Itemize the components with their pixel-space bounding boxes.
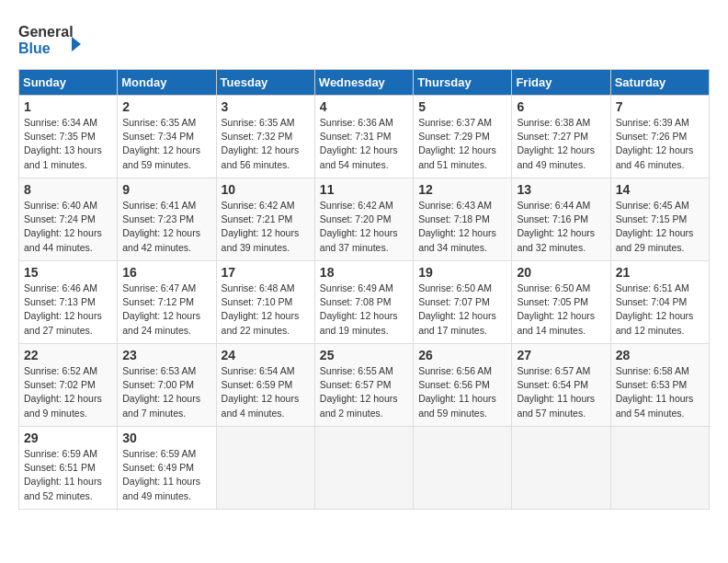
day-number: 27 xyxy=(517,348,605,362)
page-header: GeneralBlue xyxy=(18,18,710,60)
day-info: Sunrise: 6:45 AMSunset: 7:15 PMDaylight:… xyxy=(616,199,704,255)
day-info: Sunrise: 6:41 AMSunset: 7:23 PMDaylight:… xyxy=(122,199,210,255)
calendar-day-cell xyxy=(314,427,413,510)
weekday-header-tuesday: Tuesday xyxy=(216,70,314,96)
weekday-header-row: SundayMondayTuesdayWednesdayThursdayFrid… xyxy=(19,70,710,96)
day-info: Sunrise: 6:37 AMSunset: 7:29 PMDaylight:… xyxy=(418,116,506,172)
day-number: 5 xyxy=(418,99,506,114)
weekday-header-thursday: Thursday xyxy=(414,70,512,96)
day-info: Sunrise: 6:50 AMSunset: 7:07 PMDaylight:… xyxy=(418,282,506,338)
day-number: 4 xyxy=(320,99,408,114)
calendar-day-cell: 8Sunrise: 6:40 AMSunset: 7:24 PMDaylight… xyxy=(19,178,118,261)
day-info: Sunrise: 6:59 AMSunset: 6:51 PMDaylight:… xyxy=(24,447,112,503)
calendar-day-cell xyxy=(216,427,314,510)
calendar-day-cell: 30Sunrise: 6:59 AMSunset: 6:49 PMDayligh… xyxy=(118,427,216,510)
calendar-day-cell xyxy=(414,427,512,510)
day-info: Sunrise: 6:39 AMSunset: 7:26 PMDaylight:… xyxy=(616,116,704,172)
day-number: 10 xyxy=(222,182,310,197)
calendar-day-cell xyxy=(512,427,610,510)
day-info: Sunrise: 6:47 AMSunset: 7:12 PMDaylight:… xyxy=(122,282,210,338)
day-info: Sunrise: 6:36 AMSunset: 7:31 PMDaylight:… xyxy=(320,116,408,172)
calendar-day-cell: 17Sunrise: 6:48 AMSunset: 7:10 PMDayligh… xyxy=(216,261,314,344)
day-info: Sunrise: 6:59 AMSunset: 6:49 PMDaylight:… xyxy=(122,447,210,503)
day-info: Sunrise: 6:46 AMSunset: 7:13 PMDaylight:… xyxy=(24,282,112,338)
day-info: Sunrise: 6:57 AMSunset: 6:54 PMDaylight:… xyxy=(517,364,605,420)
day-number: 7 xyxy=(616,99,704,114)
calendar-day-cell: 21Sunrise: 6:51 AMSunset: 7:04 PMDayligh… xyxy=(610,261,709,344)
calendar-day-cell: 3Sunrise: 6:35 AMSunset: 7:32 PMDaylight… xyxy=(216,96,314,178)
calendar-day-cell: 25Sunrise: 6:55 AMSunset: 6:57 PMDayligh… xyxy=(314,344,413,427)
day-info: Sunrise: 6:58 AMSunset: 6:53 PMDaylight:… xyxy=(616,364,704,420)
day-info: Sunrise: 6:38 AMSunset: 7:27 PMDaylight:… xyxy=(517,116,605,172)
day-info: Sunrise: 6:55 AMSunset: 6:57 PMDaylight:… xyxy=(320,364,408,420)
calendar-week-row: 1Sunrise: 6:34 AMSunset: 7:35 PMDaylight… xyxy=(19,96,710,178)
day-number: 30 xyxy=(122,431,210,445)
calendar-week-row: 29Sunrise: 6:59 AMSunset: 6:51 PMDayligh… xyxy=(19,427,710,510)
svg-text:General: General xyxy=(18,24,74,40)
day-info: Sunrise: 6:49 AMSunset: 7:08 PMDaylight:… xyxy=(320,282,408,338)
day-number: 16 xyxy=(122,265,210,280)
day-number: 1 xyxy=(24,99,112,114)
day-number: 17 xyxy=(222,265,310,280)
calendar-day-cell: 19Sunrise: 6:50 AMSunset: 7:07 PMDayligh… xyxy=(414,261,512,344)
day-info: Sunrise: 6:42 AMSunset: 7:20 PMDaylight:… xyxy=(320,199,408,255)
weekday-header-saturday: Saturday xyxy=(610,70,709,96)
day-number: 14 xyxy=(616,182,704,197)
weekday-header-wednesday: Wednesday xyxy=(314,70,413,96)
calendar-day-cell: 4Sunrise: 6:36 AMSunset: 7:31 PMDaylight… xyxy=(314,96,413,178)
day-number: 26 xyxy=(418,348,506,362)
calendar-day-cell: 28Sunrise: 6:58 AMSunset: 6:53 PMDayligh… xyxy=(610,344,709,427)
logo: GeneralBlue xyxy=(18,18,83,60)
day-info: Sunrise: 6:43 AMSunset: 7:18 PMDaylight:… xyxy=(418,199,506,255)
day-number: 6 xyxy=(517,99,605,114)
day-number: 11 xyxy=(320,182,408,197)
calendar-day-cell: 16Sunrise: 6:47 AMSunset: 7:12 PMDayligh… xyxy=(118,261,216,344)
weekday-header-friday: Friday xyxy=(512,70,610,96)
day-number: 9 xyxy=(122,182,210,197)
calendar-day-cell: 2Sunrise: 6:35 AMSunset: 7:34 PMDaylight… xyxy=(118,96,216,178)
calendar-day-cell: 5Sunrise: 6:37 AMSunset: 7:29 PMDaylight… xyxy=(414,96,512,178)
calendar-week-row: 8Sunrise: 6:40 AMSunset: 7:24 PMDaylight… xyxy=(19,178,710,261)
calendar-day-cell: 10Sunrise: 6:42 AMSunset: 7:21 PMDayligh… xyxy=(216,178,314,261)
calendar-day-cell: 6Sunrise: 6:38 AMSunset: 7:27 PMDaylight… xyxy=(512,96,610,178)
weekday-header-sunday: Sunday xyxy=(19,70,118,96)
day-info: Sunrise: 6:48 AMSunset: 7:10 PMDaylight:… xyxy=(222,282,310,338)
day-number: 23 xyxy=(122,348,210,362)
weekday-header-monday: Monday xyxy=(118,70,216,96)
calendar-day-cell: 18Sunrise: 6:49 AMSunset: 7:08 PMDayligh… xyxy=(314,261,413,344)
day-number: 29 xyxy=(24,431,112,445)
day-info: Sunrise: 6:50 AMSunset: 7:05 PMDaylight:… xyxy=(517,282,605,338)
calendar-day-cell: 14Sunrise: 6:45 AMSunset: 7:15 PMDayligh… xyxy=(610,178,709,261)
day-info: Sunrise: 6:52 AMSunset: 7:02 PMDaylight:… xyxy=(24,364,112,420)
calendar-day-cell: 20Sunrise: 6:50 AMSunset: 7:05 PMDayligh… xyxy=(512,261,610,344)
day-info: Sunrise: 6:44 AMSunset: 7:16 PMDaylight:… xyxy=(517,199,605,255)
calendar-day-cell: 7Sunrise: 6:39 AMSunset: 7:26 PMDaylight… xyxy=(610,96,709,178)
day-info: Sunrise: 6:40 AMSunset: 7:24 PMDaylight:… xyxy=(24,199,112,255)
day-number: 19 xyxy=(418,265,506,280)
day-number: 2 xyxy=(122,99,210,114)
day-number: 20 xyxy=(517,265,605,280)
calendar-day-cell: 26Sunrise: 6:56 AMSunset: 6:56 PMDayligh… xyxy=(414,344,512,427)
calendar-day-cell: 9Sunrise: 6:41 AMSunset: 7:23 PMDaylight… xyxy=(118,178,216,261)
calendar-day-cell: 22Sunrise: 6:52 AMSunset: 7:02 PMDayligh… xyxy=(19,344,118,427)
day-number: 24 xyxy=(222,348,310,362)
day-info: Sunrise: 6:51 AMSunset: 7:04 PMDaylight:… xyxy=(616,282,704,338)
day-info: Sunrise: 6:53 AMSunset: 7:00 PMDaylight:… xyxy=(122,364,210,420)
calendar-day-cell: 27Sunrise: 6:57 AMSunset: 6:54 PMDayligh… xyxy=(512,344,610,427)
day-number: 13 xyxy=(517,182,605,197)
calendar-day-cell: 29Sunrise: 6:59 AMSunset: 6:51 PMDayligh… xyxy=(19,427,118,510)
calendar-day-cell: 12Sunrise: 6:43 AMSunset: 7:18 PMDayligh… xyxy=(414,178,512,261)
day-info: Sunrise: 6:34 AMSunset: 7:35 PMDaylight:… xyxy=(24,116,112,172)
day-info: Sunrise: 6:42 AMSunset: 7:21 PMDaylight:… xyxy=(222,199,310,255)
day-number: 8 xyxy=(24,182,112,197)
day-number: 25 xyxy=(320,348,408,362)
day-number: 15 xyxy=(24,265,112,280)
calendar-day-cell: 1Sunrise: 6:34 AMSunset: 7:35 PMDaylight… xyxy=(19,96,118,178)
day-number: 3 xyxy=(222,99,310,114)
calendar-table: SundayMondayTuesdayWednesdayThursdayFrid… xyxy=(18,69,710,510)
day-info: Sunrise: 6:35 AMSunset: 7:34 PMDaylight:… xyxy=(122,116,210,172)
day-number: 22 xyxy=(24,348,112,362)
calendar-day-cell: 24Sunrise: 6:54 AMSunset: 6:59 PMDayligh… xyxy=(216,344,314,427)
day-number: 18 xyxy=(320,265,408,280)
day-info: Sunrise: 6:56 AMSunset: 6:56 PMDaylight:… xyxy=(418,364,506,420)
